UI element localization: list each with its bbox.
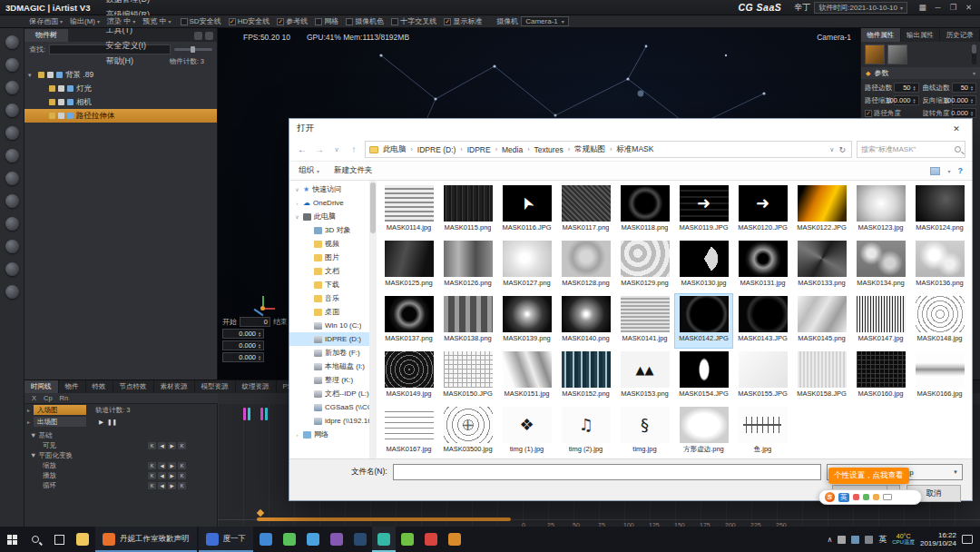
ime-icon[interactable] [873, 494, 879, 500]
forward-button[interactable]: → [313, 144, 326, 154]
pause-icon[interactable]: ❚❚ [107, 419, 117, 426]
start-button[interactable] [0, 527, 24, 552]
tool-button[interactable] [5, 285, 19, 299]
wechat-icon[interactable] [278, 527, 301, 552]
checkbox[interactable]: ✓ [444, 18, 451, 25]
checkbox[interactable] [346, 18, 353, 25]
breadcrumb-item[interactable]: IDPRE (D:) [415, 145, 459, 154]
checkbox[interactable] [391, 18, 398, 25]
tray-expand-icon[interactable]: ∧ [827, 536, 832, 544]
sidebar-item[interactable]: 3D 对象 [289, 223, 369, 237]
tool-button[interactable] [5, 58, 19, 72]
file-item[interactable]: MASK0117.png [556, 182, 615, 238]
timeline-property-row[interactable]: 可见K◀▶K [24, 440, 217, 450]
close-button[interactable]: ✕ [961, 1, 976, 15]
sidebar-item[interactable]: 图片 [289, 251, 369, 264]
timeline-tab[interactable]: 物件 [59, 380, 86, 393]
keyframe-marker[interactable] [265, 408, 268, 420]
camera-dropdown[interactable]: Camera-1 ▾ [521, 16, 569, 26]
keyframe-marker[interactable] [243, 408, 246, 420]
keyframe-button[interactable]: K [178, 442, 186, 449]
file-item[interactable]: MASK0126.png [438, 238, 497, 293]
file-item[interactable]: MASK0142.JPG [674, 293, 733, 349]
close-button[interactable]: ✕ [941, 119, 972, 138]
tool-button[interactable] [5, 262, 19, 276]
file-item[interactable]: §timg.jpg [615, 404, 674, 458]
tray-icon[interactable] [865, 536, 873, 544]
keyframe-button[interactable]: K [178, 472, 186, 479]
navigation-scrollbar[interactable] [369, 181, 377, 458]
keyframe-button[interactable]: ◀ [158, 472, 166, 479]
checkbox[interactable] [181, 18, 188, 25]
file-item[interactable]: MASK0160.jpg [851, 349, 910, 404]
file-item[interactable]: MASK0114.jpg [379, 182, 438, 238]
timeline-property-row[interactable]: ▼ 基础 [24, 430, 217, 440]
sidebar-item[interactable]: 音乐 [289, 291, 369, 305]
timeline-tool-button[interactable]: Cp [44, 394, 53, 402]
browser-icon[interactable] [419, 527, 443, 552]
file-item[interactable]: MASK0150.JPG [438, 349, 497, 404]
file-item[interactable]: 鱼.jpg [733, 404, 792, 458]
track-row[interactable]: ▸入场图轨道计数: 3 [24, 404, 217, 416]
file-item[interactable]: MASK0115.png [438, 182, 497, 238]
tool-button[interactable] [5, 149, 19, 163]
prop-input[interactable]: 100.000▲▼ [894, 95, 919, 105]
timeline-tool-button[interactable]: X [32, 394, 36, 402]
breadcrumb-item[interactable]: IDPRE [465, 145, 494, 154]
tool-button[interactable] [5, 81, 19, 94]
file-item[interactable]: MASK0151.jpg [497, 349, 556, 404]
timeline-property-row[interactable]: 循环K◀▶K [24, 480, 217, 490]
file-item[interactable]: ➜MASK0120.JPG [733, 182, 792, 238]
track-chip[interactable]: 入场图 [34, 405, 86, 415]
file-item[interactable]: MASK0136.png [910, 238, 969, 293]
toolbar-dropdown[interactable]: 保存画面▾ [29, 16, 63, 26]
toggle-option[interactable]: 网格 [315, 16, 338, 26]
tab-object-tree[interactable]: 物件树 [24, 29, 68, 42]
up-button[interactable]: ↑ [348, 144, 360, 154]
file-item[interactable]: MASK0123.jpg [851, 182, 910, 238]
panel-layout-icon[interactable]: ▦ [915, 1, 930, 15]
keyframe-button[interactable]: ▶ [168, 462, 176, 469]
sidebar-item[interactable]: 下载 [289, 278, 369, 291]
checkbox[interactable]: ✓ [277, 18, 284, 25]
file-item[interactable]: ➜MASK0119.JPG [674, 182, 733, 238]
file-item[interactable]: MASK0125.png [379, 238, 438, 293]
tool-button[interactable] [5, 172, 19, 185]
checkbox[interactable]: ✓ [229, 18, 236, 25]
timeline-tab[interactable]: 模型资源 [195, 380, 236, 393]
tool-button[interactable] [5, 126, 19, 140]
toggle-option[interactable]: 摄像机色 [346, 16, 384, 26]
minimize-button[interactable]: ─ [930, 1, 946, 15]
refresh-icon[interactable]: ↻ [838, 145, 848, 154]
sidebar-item[interactable]: 文档 [289, 264, 369, 278]
menu-item[interactable]: 帮助(H) [99, 54, 156, 69]
view-mode-icon[interactable] [930, 167, 940, 175]
timeline-property-row[interactable]: ▼ 平面化变换 [24, 450, 217, 460]
keyboard-icon[interactable] [883, 494, 892, 500]
build-time-dropdown[interactable]: 软件时间:2021-10-10-10 ▾ [814, 2, 907, 14]
file-item[interactable]: MASK0158.JPG [792, 349, 851, 404]
preview-scrollbar[interactable] [972, 44, 976, 64]
sidebar-item[interactable]: 桌面 [289, 305, 369, 319]
ime-language-badge[interactable]: 英 [838, 493, 849, 502]
prop-input[interactable]: 0.000▲▼ [952, 108, 977, 118]
sidebar-item[interactable]: Win 10 (C:) [289, 319, 369, 332]
file-item[interactable]: ❖timg (1).jpg [497, 404, 556, 458]
file-item[interactable]: 方形虚边.png [674, 404, 733, 458]
tool-button[interactable] [5, 240, 19, 253]
camera-select[interactable]: 摄像机 Camera-1 ▾ [496, 16, 569, 26]
tree-item[interactable]: 相机 [24, 95, 217, 109]
sidebar-item[interactable]: 文档--IDP (L:) [289, 387, 369, 400]
timeline-tab[interactable]: 纹理资源 [236, 380, 277, 393]
tool-button[interactable] [5, 35, 19, 49]
file-item[interactable]: MASK0134.png [851, 238, 910, 293]
maximize-button[interactable]: ❐ [946, 1, 961, 15]
file-item[interactable]: MASK0143.JPG [733, 293, 792, 349]
toggle-option[interactable]: ✓参考线 [277, 16, 308, 26]
taskbar-window-button[interactable]: 度一下 [199, 527, 254, 552]
expander-icon[interactable]: ▸ [27, 419, 30, 425]
taskbar-window-button[interactable]: 丹妮工作室致歉声明 [95, 527, 197, 552]
parameters-section-header[interactable]: ◆ 参数 ▾ [861, 67, 980, 79]
sogou-logo-icon[interactable]: S [825, 492, 835, 502]
expander-icon[interactable]: › [294, 432, 300, 438]
